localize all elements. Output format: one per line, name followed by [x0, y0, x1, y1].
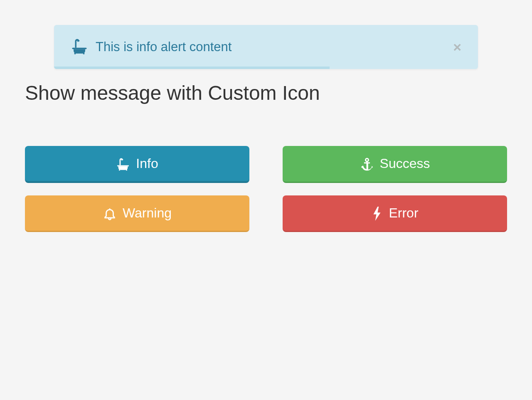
- button-label: Error: [389, 205, 418, 221]
- bolt-icon: [371, 205, 383, 221]
- warning-button[interactable]: Warning: [25, 195, 249, 232]
- svg-rect-3: [117, 165, 129, 166]
- svg-rect-1: [74, 53, 76, 54]
- button-label: Success: [380, 156, 430, 171]
- svg-point-6: [365, 158, 368, 161]
- svg-rect-4: [119, 169, 120, 170]
- close-icon[interactable]: ×: [453, 40, 461, 54]
- button-label: Info: [136, 156, 158, 171]
- svg-rect-0: [72, 48, 87, 49]
- success-button[interactable]: Success: [283, 146, 507, 183]
- anchor-icon: [360, 156, 374, 172]
- alert-progress-bar: [54, 67, 330, 69]
- info-button[interactable]: Info: [25, 146, 249, 183]
- bell-icon: [103, 205, 117, 221]
- svg-rect-5: [126, 169, 127, 170]
- svg-rect-2: [83, 53, 85, 54]
- bath-icon: [116, 156, 130, 172]
- alert-message: This is info alert content: [96, 40, 232, 54]
- button-grid: Info Success Warning: [25, 146, 507, 232]
- button-label: Warning: [123, 205, 172, 221]
- svg-rect-8: [364, 162, 369, 163]
- bath-icon: [71, 38, 88, 56]
- page-title: Show message with Custom Icon: [25, 81, 507, 104]
- info-alert: This is info alert content ×: [54, 25, 478, 69]
- error-button[interactable]: Error: [283, 195, 507, 232]
